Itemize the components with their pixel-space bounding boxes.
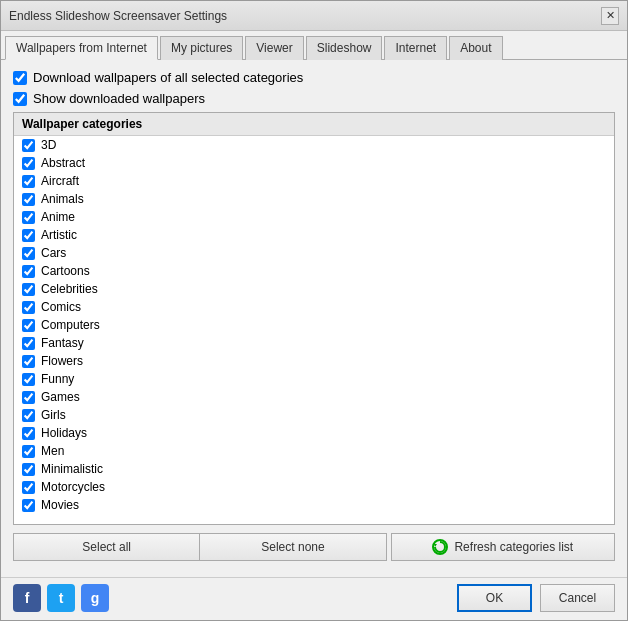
list-item: Games <box>14 388 614 406</box>
category-label: Motorcycles <box>41 480 105 494</box>
category-label: Comics <box>41 300 81 314</box>
show-checkbox[interactable] <box>13 92 27 106</box>
list-item: Comics <box>14 298 614 316</box>
category-label: Girls <box>41 408 66 422</box>
footer: f t g OK Cancel <box>1 577 627 620</box>
category-label: Aircraft <box>41 174 79 188</box>
refresh-icon <box>432 539 448 555</box>
list-item: Artistic <box>14 226 614 244</box>
category-label: Cartoons <box>41 264 90 278</box>
list-item: Girls <box>14 406 614 424</box>
category-checkbox[interactable] <box>22 337 35 350</box>
category-label: Holidays <box>41 426 87 440</box>
bottom-buttons: Select all Select none Refresh categorie… <box>13 533 615 561</box>
categories-panel: Wallpaper categories 3DAbstractAircraftA… <box>13 112 615 525</box>
category-checkbox[interactable] <box>22 157 35 170</box>
category-checkbox[interactable] <box>22 211 35 224</box>
download-checkbox[interactable] <box>13 71 27 85</box>
category-label: Anime <box>41 210 75 224</box>
category-checkbox[interactable] <box>22 265 35 278</box>
category-label: Computers <box>41 318 100 332</box>
list-item: Fantasy <box>14 334 614 352</box>
list-item: Funny <box>14 370 614 388</box>
list-item: Flowers <box>14 352 614 370</box>
list-item: Celebrities <box>14 280 614 298</box>
panel-header: Wallpaper categories <box>14 113 614 136</box>
category-checkbox[interactable] <box>22 229 35 242</box>
content-area: Download wallpapers of all selected cate… <box>1 60 627 620</box>
category-checkbox[interactable] <box>22 427 35 440</box>
svg-marker-0 <box>434 544 437 547</box>
category-checkbox[interactable] <box>22 319 35 332</box>
select-all-button[interactable]: Select all <box>13 533 199 561</box>
download-label: Download wallpapers of all selected cate… <box>33 70 303 85</box>
main-window: Endless Slideshow Screensaver Settings ✕… <box>0 0 628 621</box>
social-icons: f t g <box>13 584 109 612</box>
category-checkbox[interactable] <box>22 355 35 368</box>
select-none-button[interactable]: Select none <box>199 533 386 561</box>
tab-slideshow[interactable]: Slideshow <box>306 36 383 60</box>
list-item: Animals <box>14 190 614 208</box>
facebook-icon[interactable]: f <box>13 584 41 612</box>
category-label: Celebrities <box>41 282 98 296</box>
list-item: Holidays <box>14 424 614 442</box>
window-title: Endless Slideshow Screensaver Settings <box>9 9 227 23</box>
category-label: Men <box>41 444 64 458</box>
category-checkbox[interactable] <box>22 283 35 296</box>
title-bar: Endless Slideshow Screensaver Settings ✕ <box>1 1 627 31</box>
category-checkbox[interactable] <box>22 373 35 386</box>
category-checkbox[interactable] <box>22 247 35 260</box>
category-checkbox[interactable] <box>22 139 35 152</box>
category-checkbox[interactable] <box>22 445 35 458</box>
category-label: 3D <box>41 138 56 152</box>
list-item: Anime <box>14 208 614 226</box>
category-label: Abstract <box>41 156 85 170</box>
show-label: Show downloaded wallpapers <box>33 91 205 106</box>
tab-internet[interactable]: Internet <box>384 36 447 60</box>
tab-bar: Wallpapers from Internet My pictures Vie… <box>1 31 627 60</box>
tab-wallpapers[interactable]: Wallpapers from Internet <box>5 36 158 60</box>
list-item: Cartoons <box>14 262 614 280</box>
category-checkbox[interactable] <box>22 301 35 314</box>
category-label: Cars <box>41 246 66 260</box>
category-label: Flowers <box>41 354 83 368</box>
tab-viewer[interactable]: Viewer <box>245 36 303 60</box>
footer-buttons: OK Cancel <box>457 584 615 612</box>
category-checkbox[interactable] <box>22 193 35 206</box>
ok-button[interactable]: OK <box>457 584 532 612</box>
cancel-button[interactable]: Cancel <box>540 584 615 612</box>
category-checkbox[interactable] <box>22 481 35 494</box>
category-label: Minimalistic <box>41 462 103 476</box>
category-checkbox[interactable] <box>22 175 35 188</box>
list-item: Computers <box>14 316 614 334</box>
list-item: 3D <box>14 136 614 154</box>
google-icon[interactable]: g <box>81 584 109 612</box>
category-label: Artistic <box>41 228 77 242</box>
category-checkbox[interactable] <box>22 463 35 476</box>
category-label: Games <box>41 390 80 404</box>
category-checkbox[interactable] <box>22 499 35 512</box>
show-checkbox-row: Show downloaded wallpapers <box>13 91 615 106</box>
list-item: Minimalistic <box>14 460 614 478</box>
category-label: Movies <box>41 498 79 512</box>
refresh-button[interactable]: Refresh categories list <box>391 533 615 561</box>
category-checkbox[interactable] <box>22 391 35 404</box>
download-checkbox-row: Download wallpapers of all selected cate… <box>13 70 615 85</box>
list-item: Men <box>14 442 614 460</box>
twitter-icon[interactable]: t <box>47 584 75 612</box>
tab-mypictures[interactable]: My pictures <box>160 36 243 60</box>
close-button[interactable]: ✕ <box>601 7 619 25</box>
list-item: Abstract <box>14 154 614 172</box>
list-item: Movies <box>14 496 614 514</box>
list-item: Aircraft <box>14 172 614 190</box>
category-list: 3DAbstractAircraftAnimalsAnimeArtisticCa… <box>14 136 614 514</box>
category-label: Funny <box>41 372 74 386</box>
category-label: Fantasy <box>41 336 84 350</box>
list-item: Cars <box>14 244 614 262</box>
tab-about[interactable]: About <box>449 36 502 60</box>
category-checkbox[interactable] <box>22 409 35 422</box>
main-content: Download wallpapers of all selected cate… <box>1 60 627 577</box>
refresh-label: Refresh categories list <box>454 540 573 554</box>
category-label: Animals <box>41 192 84 206</box>
list-item: Motorcycles <box>14 478 614 496</box>
